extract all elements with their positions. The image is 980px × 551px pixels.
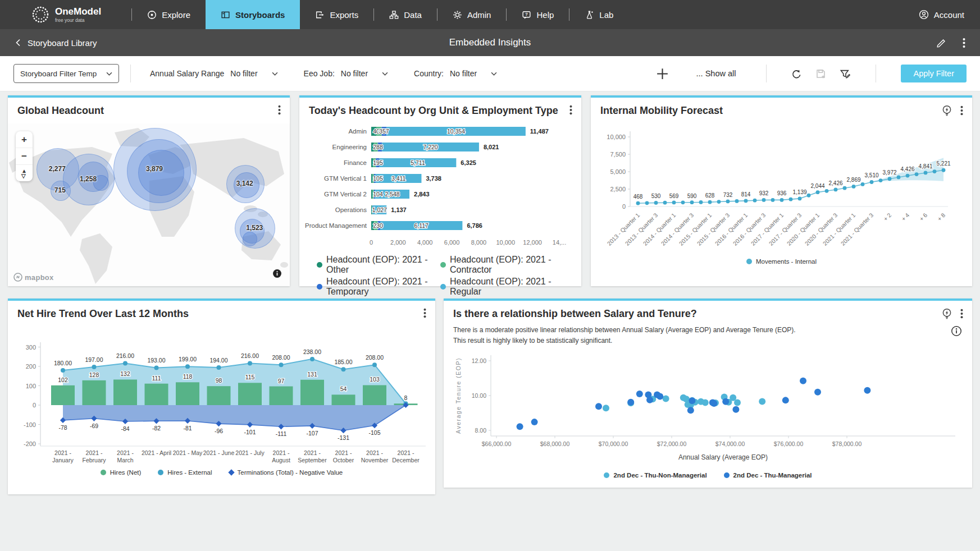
- filter-edit-icon[interactable]: [840, 68, 851, 79]
- card-kebab-icon[interactable]: [569, 105, 572, 115]
- filter-annual-salary-range[interactable]: Annual Salary RangeNo filter: [150, 69, 278, 78]
- svg-text:238.00: 238.00: [303, 348, 321, 355]
- bar: [207, 386, 231, 405]
- mapbox-attribution[interactable]: mapbox: [13, 273, 54, 282]
- data-point: [657, 393, 663, 400]
- svg-text:2,000: 2,000: [390, 239, 406, 246]
- show-all-link[interactable]: ... Show all: [696, 69, 736, 78]
- insight-text-line-2: This result is highly likely to be stati…: [453, 336, 938, 346]
- info-icon[interactable]: [951, 325, 962, 337]
- nav-item-lab[interactable]: Lab: [569, 0, 628, 29]
- legend-item[interactable]: Headcount (EOP): 2021 - Contractor: [440, 255, 564, 275]
- legend-item[interactable]: Headcount (EOP): 2021 - Other: [317, 255, 440, 275]
- legend-item[interactable]: Headcount (EOP): 2021 - Regular: [440, 277, 564, 297]
- nav-item-explore[interactable]: Explore: [132, 0, 206, 29]
- filter-eeo-job[interactable]: Eeo Job:No filter: [304, 69, 389, 78]
- svg-text:468: 468: [633, 194, 643, 200]
- svg-text:$78,000.00: $78,000.00: [832, 440, 862, 447]
- svg-text:2015 - Quarter 3: 2015 - Quarter 3: [695, 212, 731, 247]
- data-point: [702, 399, 709, 406]
- card-kebab-icon[interactable]: [960, 105, 963, 116]
- card-kebab-icon[interactable]: [423, 308, 426, 318]
- filter-bar: Storyboard Filter Temp Annual Salary Ran…: [0, 56, 980, 91]
- data-point: [154, 365, 159, 370]
- svg-text:+ 8: + 8: [936, 212, 946, 222]
- filter-label: Annual Salary Range: [150, 69, 224, 78]
- legend-item[interactable]: Headcount (EOP): 2021 - Temporary: [317, 277, 440, 297]
- svg-text:105: 105: [373, 175, 383, 182]
- map-bubble[interactable]: [235, 208, 275, 249]
- onemodel-logo-icon: [31, 5, 50, 24]
- data-point: [807, 194, 811, 198]
- net-hire-chart[interactable]: 3002001000-100-200180.00197.00216.00193.…: [8, 320, 435, 468]
- svg-text:6,117: 6,117: [414, 222, 429, 229]
- map-info-icon[interactable]: [272, 269, 282, 281]
- map-zoom-out-button[interactable]: −: [16, 148, 33, 165]
- back-chevron-icon: [15, 38, 21, 47]
- map-bubble[interactable]: [63, 154, 115, 205]
- world-map[interactable]: 2,2777151,2583,8793,1421,523 + − ▲▽ mapb…: [8, 123, 290, 286]
- nav-item-exports[interactable]: Exports: [300, 0, 373, 29]
- legend-item[interactable]: 2nd Dec - Thu-Non-Managerial: [604, 472, 706, 479]
- save-filter-icon[interactable]: [815, 68, 826, 79]
- bar: [51, 385, 75, 405]
- insight-bulb-icon[interactable]: [941, 308, 952, 319]
- onemodel-logo[interactable]: OneModel free your data: [0, 0, 111, 29]
- legend-dot: [724, 472, 730, 478]
- card-kebab-icon[interactable]: [278, 105, 281, 115]
- org-headcount-chart[interactable]: Admin40535710,35411,487Engineering2887,2…: [299, 117, 581, 254]
- svg-text:199.00: 199.00: [179, 356, 197, 362]
- legend-label: Movements - Internal: [756, 258, 817, 265]
- nav-item-admin[interactable]: Admin: [437, 0, 507, 29]
- svg-text:2021 -: 2021 -: [117, 449, 134, 456]
- data-point: [341, 367, 346, 371]
- storyboard-filter-template-select[interactable]: Storyboard Filter Temp: [13, 64, 119, 83]
- nav-account[interactable]: Account: [903, 0, 980, 29]
- map-zoom-in-button[interactable]: +: [16, 131, 33, 148]
- card-title: Is there a relationship between Salary a…: [453, 308, 697, 320]
- card-kebab-icon[interactable]: [960, 309, 963, 319]
- nav-item-data[interactable]: Data: [374, 0, 437, 29]
- svg-text:-131: -131: [338, 434, 349, 441]
- apply-filter-button[interactable]: Apply Filter: [901, 65, 967, 82]
- svg-text:2020 - Quarter 3: 2020 - Quarter 3: [803, 212, 838, 247]
- bar: [113, 379, 137, 405]
- svg-text:4,841: 4,841: [918, 163, 932, 169]
- legend-label: Terminations (Total) - Negative Value: [238, 469, 343, 476]
- map-bubble[interactable]: [113, 128, 197, 211]
- legend-item[interactable]: 2nd Dec - Thu-Managerial: [724, 472, 812, 479]
- bar: [332, 394, 355, 405]
- insight-bulb-icon[interactable]: [941, 105, 952, 116]
- svg-text:14,...: 14,...: [553, 239, 566, 246]
- legend-item[interactable]: Terminations (Total) - Negative Value: [229, 469, 343, 476]
- svg-text:$66,000.00: $66,000.00: [482, 440, 512, 447]
- data-point: [734, 399, 741, 406]
- nav-item-help[interactable]: ?Help: [507, 0, 569, 29]
- legend-item[interactable]: Hires - External: [158, 469, 212, 476]
- salary-tenure-card: Is there a relationship between Salary a…: [444, 299, 972, 488]
- svg-text:2021 - April: 2021 - April: [142, 449, 171, 456]
- edit-pencil-icon[interactable]: [936, 38, 947, 48]
- header-kebab-icon[interactable]: [963, 38, 965, 48]
- svg-text:3,510: 3,510: [864, 172, 878, 178]
- data-point: [689, 397, 695, 404]
- forecast-chart[interactable]: 10,0007,5005,0002,50004682013 - Quarter …: [591, 117, 972, 260]
- map-bubble[interactable]: [226, 165, 265, 203]
- svg-text:-78: -78: [58, 424, 67, 431]
- data-point: [762, 198, 766, 202]
- back-to-library[interactable]: Storyboard Library: [15, 38, 97, 48]
- legend-item[interactable]: Movements - Internal: [746, 258, 817, 265]
- undo-icon[interactable]: [791, 68, 802, 79]
- legend-label: 2nd Dec - Thu-Managerial: [733, 472, 812, 479]
- add-filter-button[interactable]: [655, 67, 669, 81]
- scatter-chart[interactable]: 12.0010.008.00$66,000.00$68,000.00$70,00…: [444, 346, 972, 473]
- data-point: [717, 200, 721, 204]
- map-tilt-button[interactable]: ▲▽: [16, 165, 33, 181]
- nav-item-storyboards[interactable]: Storyboards: [206, 0, 300, 29]
- legend-item[interactable]: Hires (Net): [101, 469, 142, 476]
- card-title: Net Hire Trend Over Last 12 Months: [17, 308, 189, 320]
- filter-country[interactable]: Country:No filter: [414, 69, 497, 78]
- svg-text:2021 - July: 2021 - July: [235, 449, 265, 456]
- filter-value: No filter: [341, 69, 368, 78]
- legend-dot: [440, 262, 446, 268]
